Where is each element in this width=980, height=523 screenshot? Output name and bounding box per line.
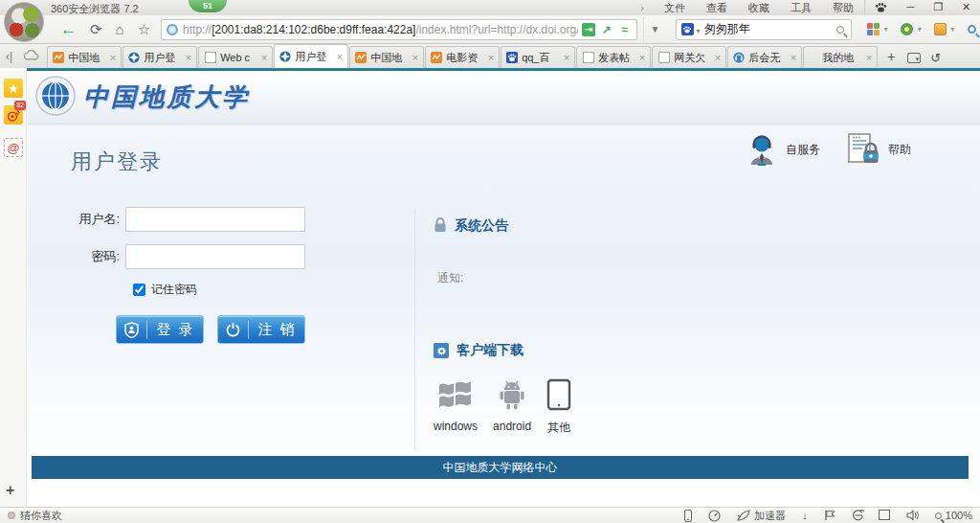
download-windows[interactable]: windows: [434, 378, 478, 436]
menu-tools[interactable]: 工具: [780, 0, 822, 15]
zoom-control[interactable]: 100%: [935, 510, 972, 521]
tab-list-icon[interactable]: [907, 53, 921, 63]
mute-button[interactable]: [906, 510, 919, 521]
university-logo: [35, 76, 76, 120]
url-dropdown-icon[interactable]: ▼: [643, 17, 666, 42]
security-shield-button[interactable]: ▼: [897, 23, 926, 35]
cloud-sync-icon[interactable]: [18, 45, 45, 68]
minimize-button[interactable]: ─: [897, 0, 924, 15]
tab-6[interactable]: 电影资×: [425, 46, 500, 68]
tab-2[interactable]: 用户登×: [122, 46, 197, 68]
new-tab-button[interactable]: +: [879, 46, 903, 68]
search-engine-dropdown-icon[interactable]: ▼: [695, 28, 702, 34]
report-flag-button[interactable]: [824, 510, 835, 521]
share-icon[interactable]: ↗: [600, 23, 613, 36]
home-button[interactable]: ⌂: [109, 16, 131, 43]
android-icon: [497, 378, 527, 414]
reopen-closed-tab-icon[interactable]: ↺: [930, 51, 941, 65]
add-sidebar-app-icon[interactable]: +: [6, 482, 14, 499]
speed-test-button[interactable]: [708, 510, 721, 522]
menu-file[interactable]: 文件: [654, 0, 696, 15]
tab-3[interactable]: Web c×: [198, 46, 273, 68]
tab-scroll-left-icon[interactable]: ‹|: [0, 45, 18, 68]
speaker-icon: [906, 510, 919, 521]
accelerator-button[interactable]: 加速器: [737, 509, 786, 523]
maximize-button[interactable]: ❐: [924, 0, 952, 15]
remember-checkbox[interactable]: [133, 284, 145, 296]
menu-favorites[interactable]: 收藏: [738, 0, 780, 15]
announcement-title: 系统公告: [455, 217, 508, 235]
guess-you-like[interactable]: 猜你喜欢: [8, 509, 62, 523]
tab-8[interactable]: 发表帖×: [576, 46, 651, 68]
self-service-link[interactable]: 自服务: [745, 132, 820, 167]
statusbar: 猜你喜欢 加速器 ↓ 100%: [0, 507, 980, 523]
tab-9[interactable]: 网关欠×: [652, 46, 726, 68]
favorites-star-icon[interactable]: ★: [4, 79, 23, 98]
refresh-button[interactable]: ⟳: [83, 16, 109, 43]
download-other[interactable]: 其他: [546, 378, 571, 436]
logout-button[interactable]: 注 销: [217, 315, 305, 344]
close-button[interactable]: ✕: [952, 0, 980, 15]
search-box[interactable]: ▼ 匆匆那年: [676, 19, 852, 40]
compass-icon: [279, 51, 291, 62]
baidu-paw-icon: [506, 52, 518, 63]
page-find-button[interactable]: [964, 25, 980, 34]
tab-close-icon[interactable]: ×: [110, 52, 116, 63]
menu-help[interactable]: 帮助: [822, 0, 864, 15]
search-input[interactable]: 匆匆那年: [704, 21, 836, 37]
search-magnifier-icon[interactable]: [836, 26, 844, 34]
tablet-icon: [546, 378, 571, 414]
tabs: 中国地× 用户登× Web c× 用户登× 中国地× 电影资× qq_百× 发: [47, 44, 879, 68]
mobile-view-button[interactable]: [684, 510, 692, 522]
direct-access-icon[interactable]: ⇥: [582, 23, 595, 36]
flag-icon: [824, 510, 835, 521]
tabbar: ‹| 中国地× 用户登× Web c× 用户登× 中国地× 电影资×: [0, 44, 980, 68]
guess-dot-icon: [8, 512, 15, 519]
site-icon: [431, 52, 442, 63]
tab-close-icon[interactable]: ×: [791, 52, 796, 63]
url-field[interactable]: http://[2001:da8:214:102:d6be:d9ff:feaa:…: [161, 19, 637, 40]
weibo-icon[interactable]: 82: [4, 105, 23, 125]
url-text[interactable]: http://[2001:da8:214:102:d6be:d9ff:feaa:…: [183, 23, 578, 36]
username-input[interactable]: [125, 207, 305, 232]
remember-label: 记住密码: [151, 282, 197, 298]
tab-close-icon[interactable]: ×: [488, 52, 494, 63]
extensions-button[interactable]: ▼: [863, 23, 893, 35]
favorite-star-button[interactable]: ☆: [131, 16, 157, 43]
username-label: 用户名:: [56, 211, 125, 228]
baidu-search-icon[interactable]: [681, 23, 694, 35]
headphones-icon: [733, 52, 745, 63]
tab-close-icon[interactable]: ×: [866, 52, 872, 63]
downloads-button[interactable]: ↓: [802, 510, 808, 521]
tab-10[interactable]: 后会无×: [727, 46, 802, 68]
tab-close-icon[interactable]: ×: [186, 52, 191, 63]
tab-close-icon[interactable]: ×: [412, 52, 418, 63]
ie-icon: [852, 510, 864, 521]
tab-11[interactable]: 我的地×: [803, 46, 878, 68]
split-screen-button[interactable]: [880, 512, 890, 520]
help-link[interactable]: 帮助: [845, 132, 911, 167]
menu-expand-icon[interactable]: ›: [640, 2, 644, 13]
tab-close-icon[interactable]: ×: [337, 51, 343, 62]
tab-close-icon[interactable]: ×: [564, 52, 569, 63]
user-avatar[interactable]: [4, 2, 44, 42]
360-paw-icon[interactable]: [864, 0, 897, 15]
tab-1[interactable]: 中国地×: [47, 46, 122, 68]
windows-icon: [438, 378, 473, 414]
mention-at-icon[interactable]: @: [4, 138, 23, 157]
skin-button[interactable]: ▼: [930, 23, 960, 35]
tab-7[interactable]: qq_百×: [501, 46, 575, 68]
zoom-magnifier-icon: [935, 512, 942, 519]
tab-close-icon[interactable]: ×: [261, 52, 267, 63]
tab-4-active[interactable]: 用户登×: [274, 44, 348, 68]
tab-5[interactable]: 中国地×: [349, 46, 424, 68]
password-input[interactable]: [125, 244, 305, 269]
no-trace-icon[interactable]: ≈: [618, 23, 632, 36]
login-button[interactable]: 登 录: [116, 315, 204, 344]
tab-close-icon[interactable]: ×: [715, 52, 721, 63]
menu-view[interactable]: 查看: [696, 0, 738, 15]
tab-close-icon[interactable]: ×: [639, 52, 645, 63]
back-button[interactable]: ←: [54, 16, 83, 43]
download-android[interactable]: android: [493, 378, 531, 436]
ie-mode-button[interactable]: [852, 510, 864, 521]
